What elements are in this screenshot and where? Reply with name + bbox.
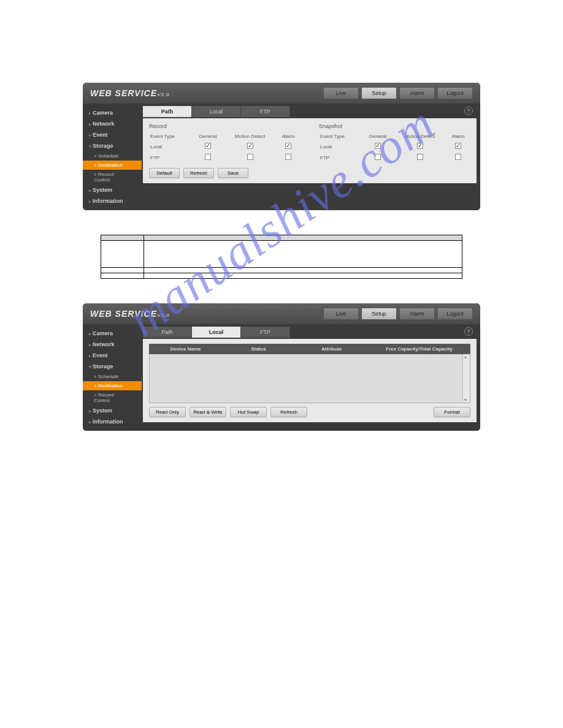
record-ftp-motion-checkbox[interactable] — [247, 154, 253, 160]
snapshot-hdr-alarm: Alarm — [446, 132, 470, 141]
sidebar: Camera Network Event Storage > Schedule … — [83, 104, 142, 210]
app-logo-2: WEB SERVICEV3.0 — [90, 309, 169, 319]
help-icon[interactable]: ? — [464, 107, 473, 115]
sidebar-item-camera[interactable]: Camera — [83, 107, 142, 118]
nav-setup-2[interactable]: Setup — [361, 308, 397, 320]
tab-path-2[interactable]: Path — [143, 327, 192, 338]
refresh-button-2[interactable]: Refresh — [270, 407, 307, 417]
record-hdr-motion: Motion Detect — [224, 132, 276, 141]
tab-local[interactable]: Local — [192, 106, 241, 117]
topnav: Live Setup Alarm Logout — [323, 87, 473, 99]
ptable-r2c2 — [144, 268, 462, 273]
sidebar-2: Camera Network Event Storage > Schedule … — [83, 324, 142, 431]
snapshot-hdr-eventtype: Event Type — [319, 132, 362, 141]
sidebar-item-network-2[interactable]: Network — [83, 339, 142, 350]
default-button[interactable]: Default — [149, 168, 180, 178]
nav-logout[interactable]: Logout — [437, 87, 473, 99]
record-local-motion-checkbox[interactable] — [247, 143, 253, 149]
app-header: WEB SERVICEV3.0 Live Setup Alarm Logout — [83, 83, 480, 104]
sidebar-item-recordcontrol[interactable]: > Record Control — [83, 170, 142, 184]
snapshot-local-alarm-checkbox[interactable] — [455, 143, 461, 149]
tab-bar-2: Path Local FTP ? — [143, 325, 477, 339]
snapshot-row-local-label: Local — [319, 141, 362, 152]
sidebar-item-schedule-2[interactable]: > Schedule — [83, 372, 142, 381]
th-status: Status — [222, 346, 295, 352]
record-ftp-general-checkbox[interactable] — [205, 154, 211, 160]
record-ftp-alarm-checkbox[interactable] — [285, 154, 291, 160]
help-icon-2[interactable]: ? — [464, 327, 473, 336]
sidebar-item-network[interactable]: Network — [83, 118, 142, 129]
snapshot-ftp-alarm-checkbox[interactable] — [455, 154, 461, 160]
sidebar-item-information[interactable]: Information — [83, 195, 142, 207]
app-logo: WEB SERVICEV3.0 — [90, 88, 169, 98]
snapshot-section: Snapshot Event Type General Motion Detec… — [319, 123, 470, 178]
nav-live-2[interactable]: Live — [323, 308, 359, 320]
record-local-general-checkbox[interactable] — [205, 143, 211, 149]
topnav-2: Live Setup Alarm Logout — [323, 308, 473, 320]
figure-local-screenshot: WEB SERVICEV3.0 Live Setup Alarm Logout … — [83, 303, 480, 431]
sidebar-item-system[interactable]: System — [83, 184, 142, 195]
th-devicename: Device Name — [149, 346, 222, 352]
ptable-r3c1 — [101, 273, 144, 279]
record-row-ftp-label: FTP — [149, 152, 192, 163]
tab-path[interactable]: Path — [143, 106, 192, 117]
main-panel: Path Local FTP ? Record Event Type Gener… — [142, 104, 480, 210]
readonly-button[interactable]: Read Only — [149, 407, 186, 417]
record-row-local-label: Local — [149, 141, 192, 152]
main-panel-2: Path Local FTP ? Device Name Status Attr… — [142, 324, 480, 431]
snapshot-table: Event Type General Motion Detect Alarm L… — [319, 132, 470, 163]
ptable-h2 — [144, 235, 462, 241]
snapshot-heading: Snapshot — [319, 123, 470, 129]
nav-alarm[interactable]: Alarm — [399, 87, 435, 99]
save-button[interactable]: Save — [218, 168, 248, 178]
record-hdr-eventtype: Event Type — [149, 132, 192, 141]
hotswap-button[interactable]: Hot Swap — [230, 407, 267, 417]
sidebar-item-camera-2[interactable]: Camera — [83, 328, 142, 339]
sidebar-item-event[interactable]: Event — [83, 129, 142, 140]
sidebar-item-destination-2[interactable]: > Destination — [83, 381, 142, 390]
figure-path-screenshot: WEB SERVICEV3.0 Live Setup Alarm Logout … — [83, 83, 480, 210]
record-section: Record Event Type General Motion Detect … — [149, 123, 301, 178]
tab-ftp-2[interactable]: FTP — [241, 327, 290, 338]
th-attribute: Attribute — [295, 346, 368, 352]
snapshot-local-general-checkbox[interactable] — [375, 143, 381, 149]
local-table-header: Device Name Status Attribute Free Capaci… — [149, 344, 470, 354]
snapshot-hdr-motion: Motion Detect — [394, 132, 446, 141]
snapshot-ftp-general-checkbox[interactable] — [375, 154, 381, 160]
snapshot-local-motion-checkbox[interactable] — [417, 143, 423, 149]
sidebar-item-storage[interactable]: Storage — [83, 140, 142, 151]
sidebar-item-storage-2[interactable]: Storage — [83, 361, 142, 372]
ptable-r1c2 — [144, 241, 462, 268]
parameter-table — [101, 235, 462, 279]
snapshot-ftp-motion-checkbox[interactable] — [417, 154, 423, 160]
app-header-2: WEB SERVICEV3.0 Live Setup Alarm Logout — [83, 303, 480, 324]
refresh-button[interactable]: Refresh — [183, 168, 214, 178]
tab-local-2[interactable]: Local — [192, 327, 241, 338]
format-button[interactable]: Format — [434, 407, 470, 417]
local-table-body — [149, 354, 470, 403]
sidebar-item-system-2[interactable]: System — [83, 405, 142, 416]
nav-alarm-2[interactable]: Alarm — [399, 308, 435, 320]
readwrite-button[interactable]: Read & Write — [190, 407, 226, 417]
ptable-h1 — [101, 235, 144, 241]
ptable-r1c1 — [101, 241, 144, 268]
record-heading: Record — [149, 123, 301, 129]
snapshot-hdr-general: General — [362, 132, 394, 141]
ptable-r2c1 — [101, 268, 144, 273]
record-local-alarm-checkbox[interactable] — [285, 143, 291, 149]
nav-live[interactable]: Live — [323, 87, 359, 99]
sidebar-item-information-2[interactable]: Information — [83, 416, 142, 427]
record-hdr-general: General — [192, 132, 224, 141]
sidebar-item-schedule[interactable]: > Schedule — [83, 151, 142, 161]
snapshot-row-ftp-label: FTP — [319, 152, 362, 163]
nav-logout-2[interactable]: Logout — [437, 308, 473, 320]
sidebar-item-recordcontrol-2[interactable]: > Record Control — [83, 390, 142, 405]
tab-bar: Path Local FTP ? — [143, 105, 477, 118]
record-table: Event Type General Motion Detect Alarm L… — [149, 132, 301, 163]
th-capacity: Free Capacity/Total Capacity — [368, 346, 470, 352]
sidebar-item-destination[interactable]: > Destination — [83, 161, 142, 170]
sidebar-item-event-2[interactable]: Event — [83, 350, 142, 361]
nav-setup[interactable]: Setup — [361, 87, 397, 99]
tab-ftp[interactable]: FTP — [241, 106, 290, 117]
scrollbar[interactable] — [462, 354, 470, 403]
